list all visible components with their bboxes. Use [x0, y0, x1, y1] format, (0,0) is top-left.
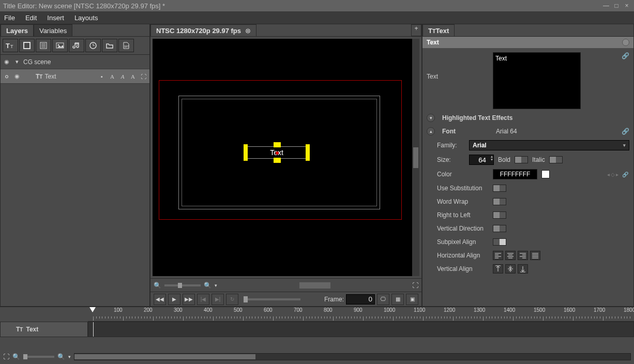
menu-file[interactable]: File [4, 14, 15, 22]
zoom-out-icon[interactable]: 🔍 [12, 353, 20, 360]
zoom-in-icon[interactable]: 🔍 [57, 353, 65, 360]
lock-icon[interactable]: ⭘ [3, 72, 11, 81]
valign-bottom-button[interactable] [518, 264, 528, 274]
tab-variables[interactable]: Variables [34, 24, 72, 36]
collapse-icon[interactable]: ▴ [427, 127, 435, 135]
resize-handle[interactable] [244, 153, 248, 161]
font-family-select[interactable]: Arial [469, 140, 629, 150]
layer-action-icon[interactable]: A [129, 72, 137, 81]
zoom-slider[interactable] [178, 283, 182, 288]
fullscreen-icon[interactable]: ⛶ [412, 282, 418, 289]
canvas-text-object[interactable]: Text [246, 146, 308, 159]
zoom-dropdown-icon[interactable]: ▾ [68, 354, 71, 359]
add-tab-button[interactable]: + [411, 24, 421, 36]
valign-middle-button[interactable] [505, 264, 516, 274]
output-icon[interactable]: ▣ [406, 294, 418, 305]
svg-point-8 [58, 44, 59, 46]
timeline-zoom-slider[interactable] [23, 354, 27, 359]
playback-slider[interactable] [244, 296, 248, 302]
add-shape-tool[interactable] [19, 39, 35, 52]
word-wrap-toggle[interactable] [493, 198, 506, 205]
resize-handle[interactable] [274, 158, 281, 163]
rtl-toggle[interactable] [493, 211, 506, 219]
add-audio-tool[interactable] [69, 39, 84, 52]
play-button[interactable]: ▶ [168, 294, 180, 305]
anchor-point-icon[interactable] [276, 151, 279, 155]
font-size-input[interactable] [469, 155, 494, 165]
font-section-label[interactable]: Font [442, 128, 492, 135]
subpixel-toggle[interactable] [493, 238, 506, 246]
add-image-tool[interactable] [52, 39, 68, 52]
resize-handle[interactable] [274, 142, 281, 147]
align-justify-button[interactable] [530, 251, 540, 260]
keyframe-nav-icon[interactable]: ◂◇▸ 🔗 [607, 172, 629, 177]
align-left-button[interactable] [493, 251, 503, 260]
monitor-icon[interactable]: 🖵 [377, 294, 389, 305]
loop-button[interactable]: ↻ [226, 294, 238, 305]
forward-button[interactable]: ▶▶ [183, 294, 195, 305]
minimize-button[interactable]: — [602, 2, 610, 10]
zoom-in-icon[interactable]: 🔍 [204, 282, 212, 289]
add-text-tool[interactable]: TT [3, 39, 18, 52]
color-swatch[interactable] [541, 170, 550, 178]
collapse-icon[interactable]: ▾ [427, 114, 435, 122]
visibility-icon[interactable]: ◉ [13, 72, 21, 81]
bold-toggle[interactable] [515, 156, 528, 163]
prev-frame-button[interactable]: |◀ [197, 294, 209, 305]
layer-action-icon[interactable]: ▪ [98, 72, 106, 81]
add-clock-tool[interactable] [85, 39, 101, 52]
frame-input[interactable] [346, 294, 375, 305]
text-input[interactable]: Text [493, 52, 581, 109]
section-text-header[interactable]: Text [422, 37, 633, 48]
rewind-button[interactable]: ◀◀ [154, 294, 166, 305]
add-list-tool[interactable] [36, 39, 51, 52]
layer-text-row[interactable]: ⭘ ◉ TT Text ▪ A A A ⛶ [1, 69, 149, 84]
timeline-ruler[interactable]: 1002003004005006007008009001000110012001… [88, 307, 634, 322]
align-right-button[interactable] [518, 251, 528, 260]
visibility-icon[interactable]: ◉ [3, 58, 11, 66]
timeline-track[interactable] [88, 322, 634, 337]
tab-text-props[interactable]: TT Text [422, 24, 455, 36]
vdir-toggle[interactable] [493, 225, 506, 232]
italic-toggle[interactable] [549, 156, 563, 163]
maximize-button[interactable]: □ [612, 2, 621, 10]
color-hex-input[interactable]: FFFFFFFF [493, 169, 537, 179]
resize-handle[interactable] [244, 144, 248, 153]
layer-action-icon[interactable]: A [108, 72, 116, 81]
resize-handle[interactable] [306, 144, 310, 153]
playhead-icon[interactable] [89, 307, 96, 312]
add-folder-tool[interactable] [102, 39, 117, 52]
layer-action-icon[interactable]: A [118, 72, 127, 81]
layer-action-icon[interactable]: ⛶ [139, 72, 147, 81]
menu-edit[interactable]: Edit [25, 14, 37, 22]
zoom-out-icon[interactable]: 🔍 [154, 282, 161, 289]
zoom-dropdown-icon[interactable]: ▾ [215, 283, 217, 288]
link-icon[interactable]: 🔗 [622, 52, 629, 59]
link-icon[interactable]: 🔗 [622, 128, 629, 135]
use-sub-toggle[interactable] [493, 185, 506, 192]
grid-icon[interactable]: ▦ [391, 294, 404, 305]
resize-handle[interactable] [306, 153, 310, 161]
timeline-hscrollbar[interactable] [74, 353, 631, 360]
svg-text:T: T [6, 42, 10, 49]
highlighted-effects-label[interactable]: Highlighted Text Effects [442, 114, 512, 122]
canvas-tab[interactable]: NTSC 1280x720p 29.97 fps ⊗ [150, 24, 256, 36]
valign-label: Vertical Align [437, 265, 489, 272]
collapse-icon[interactable]: ▾ [13, 58, 21, 66]
align-center-button[interactable] [505, 251, 516, 260]
menu-layouts[interactable]: Layouts [74, 14, 98, 22]
close-tab-icon[interactable]: ⊗ [245, 27, 251, 35]
close-button[interactable]: × [623, 2, 631, 10]
timeline-track-label[interactable]: TTText [0, 322, 88, 337]
ruler-tick: 700 [294, 307, 303, 313]
section-toggle-icon[interactable] [622, 39, 629, 46]
canvas-vscrollbar[interactable] [412, 39, 419, 276]
layer-scene-row[interactable]: ◉ ▾ CG scene [1, 55, 149, 69]
fit-icon[interactable]: ⛶ [3, 353, 9, 360]
next-frame-button[interactable]: ▶| [212, 294, 224, 305]
add-srt-tool[interactable]: SRT [118, 39, 134, 52]
menu-insert[interactable]: Insert [47, 14, 64, 22]
tab-layers[interactable]: Layers [1, 24, 34, 36]
canvas[interactable]: Text [153, 39, 419, 276]
valign-top-button[interactable] [493, 264, 503, 274]
